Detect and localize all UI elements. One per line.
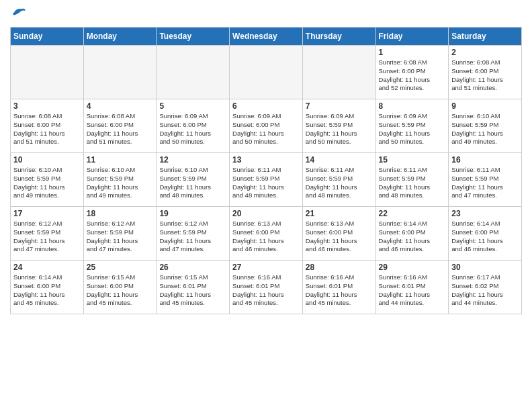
weekday-header-thursday: Thursday [302,28,375,46]
day-number: 27 [232,263,300,272]
day-number: 24 [13,263,81,272]
day-info: Sunrise: 6:08 AM Sunset: 6:00 PM Dayligh… [87,112,154,146]
calendar-week-row: 1Sunrise: 6:08 AM Sunset: 6:00 PM Daylig… [11,46,522,99]
calendar-day-cell [157,46,230,99]
day-info: Sunrise: 6:16 AM Sunset: 6:01 PM Dayligh… [306,273,373,308]
day-number: 25 [87,263,154,272]
page: SundayMondayTuesdayWednesdayThursdayFrid… [0,0,532,321]
day-info: Sunrise: 6:08 AM Sunset: 6:00 PM Dayligh… [451,58,519,93]
calendar-day-cell: 28Sunrise: 6:16 AM Sunset: 6:01 PM Dayli… [302,261,375,314]
calendar-day-cell: 11Sunrise: 6:10 AM Sunset: 5:59 PM Dayli… [83,153,157,207]
day-info: Sunrise: 6:13 AM Sunset: 6:00 PM Dayligh… [306,220,373,254]
weekday-header-monday: Monday [83,28,157,46]
day-info: Sunrise: 6:11 AM Sunset: 5:59 PM Dayligh… [379,166,446,200]
day-info: Sunrise: 6:09 AM Sunset: 5:59 PM Dayligh… [306,112,373,146]
day-number: 23 [451,209,519,218]
weekday-header-wednesday: Wednesday [230,28,303,46]
calendar-day-cell: 14Sunrise: 6:11 AM Sunset: 5:59 PM Dayli… [302,153,375,207]
logo-bird-icon [11,7,26,19]
day-number: 29 [379,263,446,272]
day-number: 2 [451,48,519,57]
day-number: 5 [159,101,226,111]
calendar-day-cell: 5Sunrise: 6:09 AM Sunset: 6:00 PM Daylig… [157,99,230,153]
day-number: 14 [306,155,373,165]
calendar-day-cell: 4Sunrise: 6:08 AM Sunset: 6:00 PM Daylig… [83,99,157,153]
day-info: Sunrise: 6:10 AM Sunset: 5:59 PM Dayligh… [13,166,81,200]
day-info: Sunrise: 6:09 AM Sunset: 5:59 PM Dayligh… [379,112,446,146]
day-number: 8 [379,101,446,111]
day-number: 10 [13,155,81,165]
day-number: 12 [159,155,226,165]
calendar-day-cell: 26Sunrise: 6:15 AM Sunset: 6:01 PM Dayli… [157,261,230,314]
day-info: Sunrise: 6:15 AM Sunset: 6:01 PM Dayligh… [159,273,226,308]
calendar-day-cell: 20Sunrise: 6:13 AM Sunset: 6:00 PM Dayli… [230,207,303,261]
calendar-day-cell: 21Sunrise: 6:13 AM Sunset: 6:00 PM Dayli… [302,207,375,261]
day-number: 13 [232,155,300,165]
day-info: Sunrise: 6:16 AM Sunset: 6:01 PM Dayligh… [232,273,300,308]
calendar-day-cell: 9Sunrise: 6:10 AM Sunset: 5:59 PM Daylig… [449,99,522,153]
calendar-day-cell [302,46,375,99]
calendar-day-cell [83,46,157,99]
day-info: Sunrise: 6:14 AM Sunset: 6:00 PM Dayligh… [451,220,519,254]
calendar-day-cell: 16Sunrise: 6:11 AM Sunset: 5:59 PM Dayli… [449,153,522,207]
day-number: 20 [232,209,300,218]
day-info: Sunrise: 6:09 AM Sunset: 6:00 PM Dayligh… [159,112,226,146]
day-info: Sunrise: 6:13 AM Sunset: 6:00 PM Dayligh… [232,220,300,254]
calendar-day-cell: 23Sunrise: 6:14 AM Sunset: 6:00 PM Dayli… [449,207,522,261]
weekday-header-row: SundayMondayTuesdayWednesdayThursdayFrid… [11,28,522,46]
day-number: 16 [451,155,519,165]
calendar-day-cell: 18Sunrise: 6:12 AM Sunset: 5:59 PM Dayli… [83,207,157,261]
day-number: 3 [13,101,81,111]
calendar-week-row: 17Sunrise: 6:12 AM Sunset: 5:59 PM Dayli… [11,207,522,261]
day-info: Sunrise: 6:12 AM Sunset: 5:59 PM Dayligh… [13,220,81,254]
day-info: Sunrise: 6:08 AM Sunset: 6:00 PM Dayligh… [13,112,81,146]
calendar-day-cell: 15Sunrise: 6:11 AM Sunset: 5:59 PM Dayli… [375,153,449,207]
day-number: 11 [87,155,154,165]
logo [10,7,26,21]
calendar-week-row: 24Sunrise: 6:14 AM Sunset: 6:00 PM Dayli… [11,261,522,314]
weekday-header-tuesday: Tuesday [157,28,230,46]
day-info: Sunrise: 6:14 AM Sunset: 6:00 PM Dayligh… [379,220,446,254]
calendar-day-cell: 17Sunrise: 6:12 AM Sunset: 5:59 PM Dayli… [11,207,84,261]
calendar-day-cell: 30Sunrise: 6:17 AM Sunset: 6:02 PM Dayli… [449,261,522,314]
calendar-day-cell: 29Sunrise: 6:16 AM Sunset: 6:01 PM Dayli… [375,261,449,314]
day-number: 6 [232,101,300,111]
day-info: Sunrise: 6:12 AM Sunset: 5:59 PM Dayligh… [87,220,154,254]
day-info: Sunrise: 6:11 AM Sunset: 5:59 PM Dayligh… [451,166,519,200]
calendar-day-cell: 10Sunrise: 6:10 AM Sunset: 5:59 PM Dayli… [11,153,84,207]
calendar-day-cell: 8Sunrise: 6:09 AM Sunset: 5:59 PM Daylig… [375,99,449,153]
day-number: 19 [159,209,226,218]
calendar-day-cell: 25Sunrise: 6:15 AM Sunset: 6:00 PM Dayli… [83,261,157,314]
day-number: 18 [87,209,154,218]
day-info: Sunrise: 6:10 AM Sunset: 5:59 PM Dayligh… [87,166,154,200]
day-info: Sunrise: 6:12 AM Sunset: 5:59 PM Dayligh… [159,220,226,254]
calendar-week-row: 10Sunrise: 6:10 AM Sunset: 5:59 PM Dayli… [11,153,522,207]
day-info: Sunrise: 6:15 AM Sunset: 6:00 PM Dayligh… [87,273,154,308]
day-info: Sunrise: 6:10 AM Sunset: 5:59 PM Dayligh… [159,166,226,200]
day-number: 17 [13,209,81,218]
calendar-day-cell: 7Sunrise: 6:09 AM Sunset: 5:59 PM Daylig… [302,99,375,153]
day-info: Sunrise: 6:16 AM Sunset: 6:01 PM Dayligh… [379,273,446,308]
calendar-day-cell [230,46,303,99]
weekday-header-saturday: Saturday [449,28,522,46]
day-number: 26 [159,263,226,272]
day-number: 21 [306,209,373,218]
calendar-day-cell: 12Sunrise: 6:10 AM Sunset: 5:59 PM Dayli… [157,153,230,207]
day-info: Sunrise: 6:17 AM Sunset: 6:02 PM Dayligh… [451,273,519,308]
day-info: Sunrise: 6:08 AM Sunset: 6:00 PM Dayligh… [379,58,446,93]
day-number: 9 [451,101,519,111]
day-info: Sunrise: 6:10 AM Sunset: 5:59 PM Dayligh… [451,112,519,146]
day-info: Sunrise: 6:09 AM Sunset: 6:00 PM Dayligh… [232,112,300,146]
calendar-day-cell: 6Sunrise: 6:09 AM Sunset: 6:00 PM Daylig… [230,99,303,153]
calendar-table: SundayMondayTuesdayWednesdayThursdayFrid… [10,27,522,314]
day-info: Sunrise: 6:14 AM Sunset: 6:00 PM Dayligh… [13,273,81,308]
day-number: 4 [87,101,154,111]
header [10,7,522,21]
day-number: 22 [379,209,446,218]
day-number: 1 [379,48,446,57]
weekday-header-sunday: Sunday [11,28,84,46]
calendar-day-cell: 24Sunrise: 6:14 AM Sunset: 6:00 PM Dayli… [11,261,84,314]
calendar-day-cell: 19Sunrise: 6:12 AM Sunset: 5:59 PM Dayli… [157,207,230,261]
calendar-day-cell: 1Sunrise: 6:08 AM Sunset: 6:00 PM Daylig… [375,46,449,99]
calendar-day-cell: 27Sunrise: 6:16 AM Sunset: 6:01 PM Dayli… [230,261,303,314]
